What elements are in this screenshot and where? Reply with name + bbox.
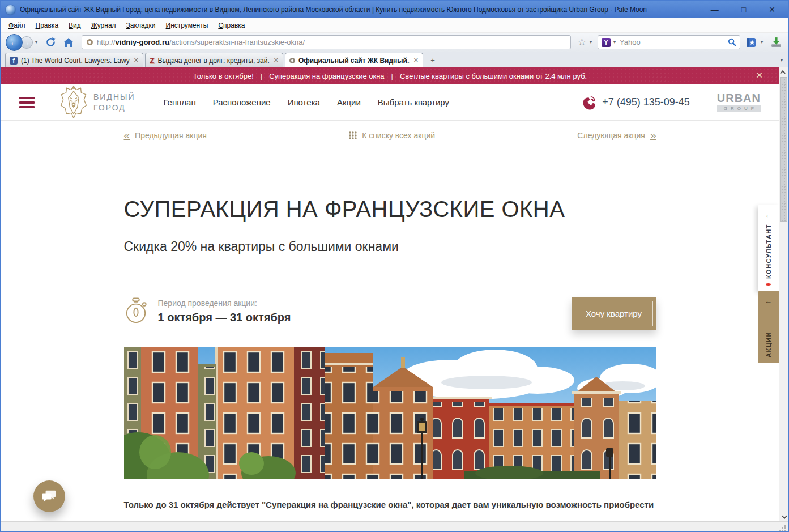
reload-icon [45,37,56,48]
menu-history[interactable]: Журнал [86,19,121,32]
hamburger-menu-button[interactable] [19,97,35,108]
menu-view[interactable]: Вид [63,19,86,32]
urban-sub: GROUP [717,105,761,112]
maximize-button[interactable]: □ [741,6,746,14]
menu-file[interactable]: Файл [3,19,31,32]
next-chevron-icon: » [650,130,656,141]
grid-icon [349,131,357,139]
urban-group-logo: URBAN GROUP [717,92,761,112]
next-action-label: Следующая акция [577,131,645,140]
scroll-up-button[interactable] [779,67,788,76]
close-button[interactable]: ✕ [769,6,775,14]
tab-close-icon[interactable]: ✕ [413,57,419,64]
history-dropdown-icon[interactable]: ▾ [33,40,40,45]
back-button[interactable]: ← [6,34,23,51]
period-row: Период проведения акции: 1 октября — 31 … [124,297,656,330]
engine-dropdown-icon[interactable]: ▾ [613,40,616,45]
menu-help[interactable]: Справка [213,19,250,32]
menu-bar: Файл Правка Вид Журнал Закладки Инструме… [1,18,788,33]
phone-number[interactable]: +7 (495) 135-09-45 [602,96,690,108]
page-subtitle: Скидка 20% на квартиры с большими окнами [124,238,656,255]
promo-banner: Только в октябре! | Суперакция на францу… [1,67,779,84]
banner-close-icon[interactable]: ✕ [756,71,763,79]
nav-choose-apartment[interactable]: Выбрать квартиру [378,97,449,107]
consultant-arrow-icon: ← [765,211,772,219]
prev-action-link[interactable]: « Предыдущая акция [124,130,207,141]
web-page: Только в октябре! | Суперакция на францу… [1,67,779,511]
logo-text: ВИДНЫЙ ГОРОД [93,92,135,113]
action-nav: « Предыдущая акция К списку всех акций С… [1,120,779,150]
tab-zaim[interactable]: Z Выдача денег в долг: кредиты, зай... ✕ [145,53,283,67]
browser-window: Официальный сайт ЖК Видный Город: цена н… [0,0,789,532]
search-input[interactable] [619,37,725,47]
downloads-button[interactable] [769,35,783,50]
nav-actions[interactable]: Акции [337,97,361,107]
bookmarks-panel-button[interactable] [744,35,758,50]
resize-grip[interactable] [779,525,786,532]
tab-close-icon[interactable]: ✕ [274,57,279,64]
consultant-side-tab[interactable]: ← КОНСУЛЬТАНТ [758,205,779,291]
url-path: /actions/superaktsii-na-frantsuzskie-okn… [169,38,305,46]
tab-close-icon[interactable]: ✕ [134,57,139,64]
url-text: http://vidniy-gorod.ru/actions/superakts… [97,38,305,46]
menu-bookmarks[interactable]: Закладки [121,19,161,32]
nav-location[interactable]: Расположение [213,97,271,107]
tab-facebook[interactable]: f (1) The World Court. Lawyers. Lawye...… [5,53,143,67]
window-controls: — □ ✕ [711,6,775,14]
period-label: Период проведения акции: [158,299,291,308]
home-icon [63,37,74,48]
download-icon [770,37,782,48]
promo-text-1: Только в октябре! [193,72,254,80]
tab-label: (1) The World Court. Lawyers. Lawye... [21,57,130,65]
urban-name: URBAN [717,92,761,104]
tab-bar: f (1) The World Court. Lawyers. Lawye...… [1,52,788,67]
url-bar[interactable]: http://vidniy-gorod.ru/actions/superakts… [82,35,571,49]
bookmarks-panel-dropdown-icon[interactable]: ▾ [758,40,765,45]
navigation-toolbar: ← → ▾ http://vidniy-gorod.ru/actions/sup… [1,33,788,52]
actions-label: АКЦИИ [765,310,772,357]
phone-block[interactable]: +7 (495) 135-09-45 [581,95,690,110]
lion-logo-icon [59,86,88,120]
facebook-icon: f [10,57,18,65]
next-action-link[interactable]: Следующая акция » [577,130,656,141]
hero-image [124,347,656,479]
search-bar: Y ▾ [598,35,740,49]
bookmarks-book-icon [745,37,757,48]
tab-label: Выдача денег в долг: кредиты, зай... [158,57,270,65]
scrollbar-thumb[interactable] [780,77,787,222]
url-protocol: http:// [97,38,116,46]
yahoo-engine-icon[interactable]: Y [602,38,611,47]
all-actions-link[interactable]: К списку всех акций [349,131,435,140]
nav-genplan[interactable]: Генплан [163,97,195,107]
main-content: СУПЕРАКЦИЯ НА ФРАНЦУЗСКИЕ ОКНА Скидка 20… [124,195,656,511]
tab-vidniy-gorod-active[interactable]: Официальный сайт ЖК Видный... ✕ [285,53,423,67]
actions-side-tab[interactable]: ← АКЦИИ [758,291,779,363]
menu-tools[interactable]: Инструменты [161,19,214,32]
scroll-down-button[interactable] [779,512,788,521]
vidniy-favicon-icon [289,58,295,63]
menu-edit[interactable]: Правка [31,19,64,32]
site-favicon [87,39,93,45]
bookmark-dropdown-icon[interactable]: ▾ [587,40,594,45]
vertical-scrollbar [779,67,788,521]
nav-mortgage[interactable]: Ипотека [288,97,320,107]
promo-separator: | [261,72,262,80]
site-logo[interactable]: ВИДНЫЙ ГОРОД [59,86,135,120]
tab-list-button[interactable]: ▾ [777,54,787,66]
bookmark-star-button[interactable]: ☆ [575,36,587,48]
chat-button[interactable] [33,480,65,512]
window-title: Официальный сайт ЖК Видный Город: цена н… [20,6,706,14]
palemoon-icon [6,5,15,15]
logo-line2: ГОРОД [93,103,135,113]
url-domain: vidniy-gorod.ru [116,38,169,46]
new-tab-button[interactable]: + [426,54,440,66]
online-status-dot [766,283,771,286]
reload-button[interactable] [43,35,58,50]
body-paragraph: Только до 31 октября действует "Суперакц… [124,499,656,511]
want-apartment-button[interactable]: Хочу квартиру [572,297,656,330]
minimize-button[interactable]: — [711,6,719,14]
status-bar [1,521,788,532]
search-icon[interactable] [728,38,736,46]
site-header: ВИДНЫЙ ГОРОД Генплан Расположение Ипотек… [1,84,779,120]
home-button[interactable] [61,35,76,50]
